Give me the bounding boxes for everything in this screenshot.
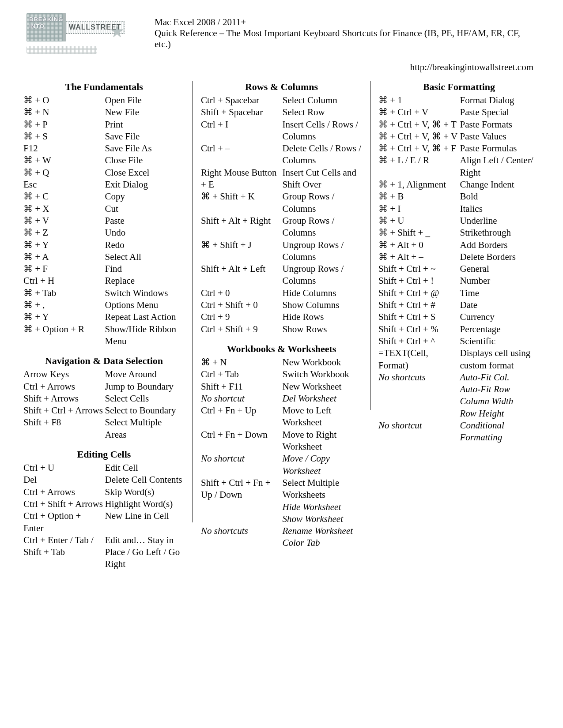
shortcut-key: ⌘ + Z: [23, 227, 104, 239]
table-row: ⌘ + L / E / RAlign Left / Center/ Right: [378, 154, 540, 179]
section-title: Navigation & Data Selection: [23, 355, 185, 367]
shortcut-key: ⌘ + Tab: [23, 287, 104, 299]
shortcut-desc: Undo: [104, 227, 186, 239]
shortcut-desc: Format Dialog: [459, 94, 541, 106]
shortcut-desc: Group Rows / Columns: [282, 191, 363, 215]
shortcut-key: ⌘ + Ctrl + V: [378, 106, 459, 118]
logo-word-breaking: BREAKING: [29, 16, 63, 23]
shortcut-desc: Paste Values: [459, 131, 541, 143]
shortcut-key: ⌘ + 1, Alignment: [378, 179, 459, 191]
table-row: Arrow KeysMove Around: [23, 368, 185, 380]
shortcut-desc: Time: [459, 287, 541, 299]
table-row: ⌘ + SSave File: [23, 131, 185, 143]
shortcut-key: ⌘ + Alt + 0: [378, 239, 459, 251]
shortcut-desc: Move to Left Worksheet: [282, 405, 363, 429]
table-row: No shortcutsRename Worksheet: [200, 525, 363, 537]
shortcut-desc: Select Row: [282, 106, 363, 118]
table-row: Ctrl + Shift + 9Show Rows: [200, 323, 363, 335]
shortcut-key: Shift + Ctrl + @: [378, 287, 459, 299]
shortcut-desc: Delete Borders: [459, 251, 541, 263]
table-row: ⌘ + Ctrl + V, ⌘ + FPaste Formulas: [378, 143, 540, 154]
table-row: ⌘ + CCopy: [23, 191, 185, 203]
table-row: =TEXT(Cell, Format)Displays cell using c…: [378, 347, 540, 372]
shortcut-desc: Strikethrough: [459, 227, 541, 239]
shortcut-desc: Date: [459, 299, 541, 311]
source-url: http://breakingintowallstreet.com: [410, 62, 533, 73]
shortcut-table: Arrow KeysMove AroundCtrl + ArrowsJump t…: [23, 368, 185, 441]
shortcut-key: Ctrl + 9: [200, 311, 282, 323]
shortcut-desc: Move / Copy Worksheet: [282, 453, 363, 477]
shortcut-desc: Select Multiple Worksheets: [282, 477, 363, 501]
shortcut-desc: Auto-Fit Col.: [459, 372, 541, 383]
table-row: ⌘ + 1Format Dialog: [378, 94, 540, 106]
shortcut-desc: Color Tab: [282, 537, 363, 549]
table-row: ⌘ + Alt + 0Add Borders: [378, 239, 540, 251]
section-title: The Fundamentals: [23, 81, 185, 93]
table-row: Shift + Ctrl + ~General: [378, 263, 540, 275]
table-row: Shift + Ctrl + ArrowsSelect to Boundary: [23, 405, 185, 417]
section-title: Basic Formatting: [378, 81, 540, 93]
shortcut-table: ⌘ + 1Format Dialog⌘ + Ctrl + VPaste Spec…: [378, 94, 540, 444]
header-line2: Quick Reference – The Most Important Key…: [155, 28, 537, 50]
header: Mac Excel 2008 / 2011+ Quick Reference –…: [155, 17, 537, 50]
table-row: Shift + Alt + RightGroup Rows / Columns: [200, 215, 363, 239]
shortcut-key: ⌘ + Y: [23, 311, 104, 323]
shortcut-table: ⌘ + OOpen File⌘ + NNew File⌘ + PPrint⌘ +…: [23, 94, 185, 347]
shortcut-desc: Show Worksheet: [282, 513, 363, 525]
table-row: ⌘ + OOpen File: [23, 94, 185, 106]
shortcut-key: ⌘ + F: [23, 263, 104, 275]
column-2: Rows & ColumnsCtrl + SpacebarSelect Colu…: [193, 79, 370, 710]
shortcut-desc: Ungroup Rows / Columns: [282, 239, 363, 263]
table-row: ⌘ + Alt + –Delete Borders: [378, 251, 540, 263]
table-row: ⌘ + Ctrl + V, ⌘ + VPaste Values: [378, 131, 540, 143]
shortcut-key: ⌘ + N: [200, 356, 282, 368]
table-row: ⌘ + XCut: [23, 203, 185, 215]
logo-block: BREAKING INTO: [26, 13, 66, 41]
shortcut-key: No shortcuts: [200, 525, 282, 537]
table-row: ⌘ + NNew Workbook: [200, 356, 363, 368]
shortcut-desc: Italics: [459, 203, 541, 215]
table-row: Shift + ArrowsSelect Cells: [23, 393, 185, 405]
shortcut-key: Shift + Ctrl + !: [378, 275, 459, 287]
table-row: No shortcutsAuto-Fit Col.: [378, 372, 540, 383]
shortcut-key: ⌘ + Shift + K: [200, 191, 282, 215]
shortcut-key: Shift + Ctrl + Arrows: [23, 405, 104, 417]
shortcut-desc: Select Multiple Areas: [104, 417, 186, 441]
table-row: ⌘ + ,Options Menu: [23, 299, 185, 311]
shortcut-key: [378, 383, 459, 395]
shortcut-key: Ctrl + Shift + 9: [200, 323, 282, 335]
shortcut-desc: Close File: [104, 154, 186, 166]
shortcut-desc: Replace: [104, 275, 186, 287]
columns-wrap: The Fundamentals⌘ + OOpen File⌘ + NNew F…: [15, 79, 548, 710]
shortcut-key: Ctrl + Fn + Up: [200, 405, 282, 429]
shortcut-desc: Scientific: [459, 335, 541, 347]
shortcut-key: [200, 513, 282, 525]
shortcut-key: Ctrl + Fn + Down: [200, 429, 282, 453]
shortcut-key: Shift + Alt + Right: [200, 215, 282, 239]
logo-word-into: INTO: [29, 23, 45, 30]
shortcut-desc: Underline: [459, 215, 541, 227]
table-row: Ctrl + 0Hide Columns: [200, 287, 363, 299]
shortcut-key: ⌘ + Y: [23, 239, 104, 251]
table-row: Ctrl + –Delete Cells / Rows / Columns: [200, 143, 363, 167]
table-row: ⌘ + QClose Excel: [23, 167, 185, 179]
shortcut-desc: Insert Cells / Rows / Columns: [282, 119, 363, 143]
table-row: Ctrl + ArrowsSkip Word(s): [23, 486, 185, 498]
shortcut-desc: Displays cell using custom format: [459, 347, 541, 372]
shortcut-key: Shift + Ctrl + ^: [378, 335, 459, 347]
shortcut-desc: Repeat Last Action: [104, 311, 186, 323]
shortcut-desc: Edit Cell: [104, 462, 186, 474]
shortcut-desc: Cut: [104, 203, 186, 215]
shortcut-key: Ctrl + H: [23, 275, 104, 287]
shortcut-desc: Rename Worksheet: [282, 525, 363, 537]
shortcut-key: Shift + Ctrl + #: [378, 299, 459, 311]
table-row: ⌘ + VPaste: [23, 215, 185, 227]
table-row: ⌘ + TabSwitch Windows: [23, 287, 185, 299]
shortcut-key: ⌘ + Shift + J: [200, 239, 282, 263]
shortcut-key: Ctrl + Tab: [200, 368, 282, 380]
shortcut-desc: Move to Right Worksheet: [282, 429, 363, 453]
table-row: Ctrl + Enter / Tab / Shift + TabEdit and…: [23, 534, 185, 570]
shortcut-key: Shift + Ctrl + Fn + Up / Down: [200, 477, 282, 501]
shortcut-desc: Exit Dialog: [104, 179, 186, 191]
table-row: ⌘ + FFind: [23, 263, 185, 275]
